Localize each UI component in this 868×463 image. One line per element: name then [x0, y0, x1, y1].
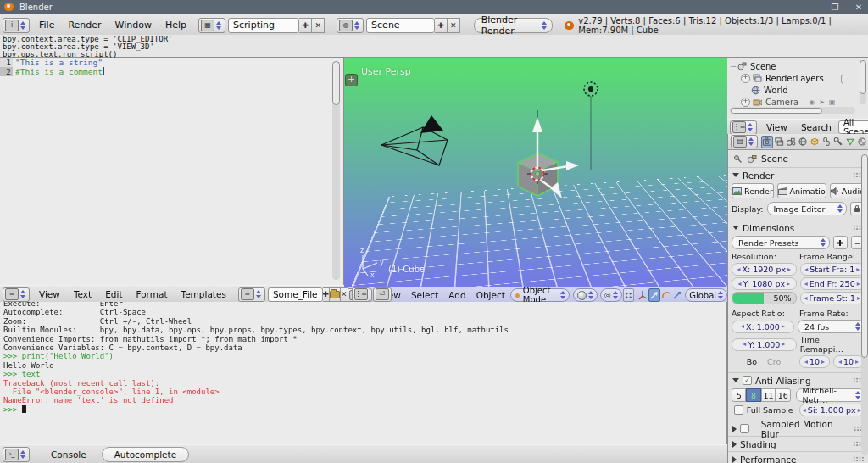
menu-add[interactable]: Add [443, 290, 470, 300]
panel-header-sampled-motion-blur[interactable]: Sampled Motion Blur [728, 421, 868, 436]
menu-view[interactable]: View [32, 289, 67, 299]
tab-data[interactable] [844, 136, 856, 148]
fps-dropdown[interactable]: 24 fps [798, 320, 865, 333]
word-wrap-toggle[interactable]: ⏎ [373, 287, 392, 302]
screen-layout-browse-button[interactable]: ▦ [198, 18, 225, 33]
tab-constraints[interactable] [821, 136, 832, 148]
tab-modifiers[interactable] [832, 136, 844, 148]
filter-size-field[interactable]: ◂Si: 1.000 px▸ [799, 404, 865, 416]
text-editor-area[interactable]: 1 "This is a string" 2 #This is a commen… [0, 58, 344, 285]
close-button[interactable]: ✕ [848, 0, 868, 14]
expand-icon[interactable]: + [741, 98, 750, 107]
maximize-button[interactable]: ❐ [824, 0, 846, 14]
outliner-area[interactable]: ─ Scene + RenderLayers | ❲ World + [727, 58, 868, 119]
editor-type-selector-info[interactable]: i [3, 18, 30, 33]
pivot-align-toggle[interactable] [623, 288, 635, 302]
menu-text[interactable]: Text [67, 289, 98, 299]
editor-type-selector-outliner[interactable]: ⋮≡ [730, 120, 757, 135]
new-text-button[interactable]: ✚ [323, 287, 331, 302]
breadcrumb-scene[interactable]: Scene [761, 153, 788, 164]
panel-header-dimensions[interactable]: Dimensions [728, 220, 868, 235]
add-preset-button[interactable]: ✚ [833, 236, 847, 249]
mode-dropdown[interactable]: ◆ Object Mode [510, 288, 570, 302]
menu-file[interactable]: File [32, 20, 61, 31]
restrict-select-icon[interactable]: ➤ [819, 98, 825, 106]
scene-browse-button[interactable]: ◍ [337, 18, 364, 33]
render-engine-dropdown[interactable]: Blender Render [474, 18, 553, 33]
menu-window[interactable]: Window [108, 20, 159, 31]
menu-search[interactable]: Search [794, 122, 838, 132]
samples-8-button[interactable]: 8 [746, 388, 760, 402]
render-presets-dropdown[interactable]: Render Presets [732, 236, 830, 249]
aa-filter-dropdown[interactable]: Mitchell-Netr… [796, 388, 865, 402]
samples-16-button[interactable]: 16 [776, 388, 790, 402]
samples-11-button[interactable]: 11 [761, 388, 776, 402]
screen-layout-name-field[interactable]: Scripting [228, 18, 299, 33]
tab-material[interactable] [856, 136, 868, 148]
restrict-view-icon[interactable]: ◉ [809, 98, 815, 106]
region-expand-button[interactable]: + [345, 74, 358, 86]
tab-world[interactable] [797, 136, 809, 148]
menu-render[interactable]: Render [61, 20, 108, 31]
tab-scene[interactable] [785, 136, 797, 148]
delete-layout-button[interactable]: ✕ [312, 18, 325, 33]
outliner-horizontal-scrollbar[interactable] [730, 107, 855, 114]
outliner-vertical-scrollbar[interactable] [860, 60, 866, 104]
translate-manipulator-button[interactable] [648, 288, 660, 302]
rotate-manipulator-button[interactable] [661, 289, 671, 301]
console-prompt[interactable]: >>> [0, 405, 726, 414]
pivot-point-dropdown[interactable]: ◎ [600, 288, 622, 302]
panel-header-performance[interactable]: Performance [728, 451, 868, 463]
line-numbers-toggle[interactable]: ⋮≡ [352, 287, 370, 302]
code-line[interactable]: 2 #This is a comment [0, 67, 343, 76]
aspect-y-field[interactable]: ◂Y: 1.000▸ [732, 338, 797, 351]
menu-templates[interactable]: Templates [175, 289, 233, 299]
menu-format[interactable]: Format [130, 289, 175, 299]
viewport-3d[interactable]: z y x User Persp (1) Cube + [344, 58, 727, 287]
render-button[interactable]: Render [732, 183, 774, 198]
editor-type-selector-console[interactable]: ›_ [3, 447, 30, 462]
editor-type-selector-properties[interactable]: ▤ [731, 135, 758, 148]
remap-new-field[interactable]: ◂10▸ [833, 355, 864, 368]
resolution-y-field[interactable]: ◂Y: 1080 px▸ [732, 277, 797, 290]
menu-object[interactable]: Object [471, 290, 510, 300]
outliner-item-camera[interactable]: + Camera ◉ ➤ ▣ [727, 96, 868, 108]
open-text-button[interactable] [330, 287, 341, 302]
resolution-x-field[interactable]: ◂X: 1920 px▸ [732, 263, 797, 276]
properties-area[interactable]: ▤ [727, 134, 868, 463]
render-animation-button[interactable]: Animatio [777, 183, 826, 198]
code-line[interactable]: 1 "This is a string" [0, 58, 343, 67]
python-console-area[interactable]: Execute: Enter Autocomplete: Ctrl-Space … [0, 302, 727, 444]
menu-help[interactable]: Help [159, 20, 193, 31]
transform-orientation-dropdown[interactable]: Global [685, 288, 727, 302]
outliner-display-dropdown[interactable]: All Scenes [838, 120, 868, 134]
expand-icon[interactable]: + [741, 74, 750, 83]
scale-manipulator-button[interactable] [672, 289, 682, 301]
manipulator-axes-button[interactable] [637, 289, 648, 301]
outliner-item-renderlayers[interactable]: + RenderLayers | ❲ [727, 72, 868, 84]
camera-object[interactable] [381, 115, 448, 165]
viewport-shading-dropdown[interactable] [573, 288, 598, 302]
samples-5-button[interactable]: 5 [732, 388, 746, 402]
tab-render[interactable] [761, 136, 773, 148]
text-editor-scrollbar[interactable] [332, 61, 340, 280]
tab-render-layers[interactable] [773, 136, 785, 148]
outliner-item-scene[interactable]: ─ Scene [727, 60, 868, 72]
resolution-percentage-slider[interactable]: 50% [732, 292, 797, 304]
menu-select[interactable]: Select [406, 290, 443, 300]
outliner-item-world[interactable]: World [727, 84, 868, 96]
menu-view[interactable]: View [760, 122, 794, 132]
crop-toggle[interactable]: Cro [767, 357, 781, 366]
unlink-text-button[interactable]: ✕ [341, 287, 348, 302]
lamp-object[interactable] [584, 82, 598, 170]
editor-type-selector-text[interactable]: ≡ [3, 287, 30, 302]
menu-edit[interactable]: Edit [98, 289, 129, 299]
aspect-x-field[interactable]: ◂X: 1.000▸ [732, 321, 794, 333]
panel-drag-dots-icon[interactable] [853, 456, 864, 462]
minimize-button[interactable]: – [790, 0, 812, 14]
frame-end-field[interactable]: ◂End Fr: 250▸ [800, 277, 865, 290]
motion-blur-checkbox[interactable] [740, 424, 749, 433]
border-toggle[interactable]: Bo [747, 357, 757, 366]
frame-step-field[interactable]: ◂Frame St: 1▸ [800, 292, 865, 304]
delete-scene-button[interactable]: ✕ [448, 18, 460, 33]
